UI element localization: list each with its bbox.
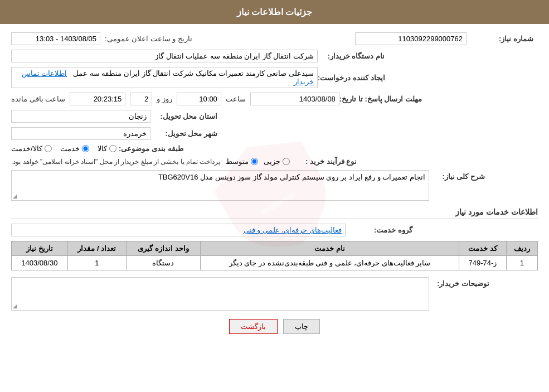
requester-value: سیدعلی صانعی کارمند تعمیرات مکانیک شرکت … bbox=[11, 67, 318, 88]
service-group-row: گروه خدمت: فعالیت‌های حرفه‌ای، علمی و فن… bbox=[11, 224, 538, 236]
service-group-value: فعالیت‌های حرفه‌ای، علمی و فنی bbox=[11, 224, 346, 236]
purchase-jozii: جزیی bbox=[264, 157, 290, 166]
purchase-motavaset: متوسط bbox=[226, 157, 258, 166]
cell-qty: 1 bbox=[67, 256, 126, 270]
service-group-label: گروه خدمت: bbox=[346, 226, 412, 234]
city-row: شهر محل تحویل: خرمدره bbox=[11, 127, 538, 140]
deadline-row: مهلت ارسال پاسخ: تا تاریخ: 1403/08/08 سا… bbox=[11, 93, 538, 105]
deadline-date: 1403/08/08 bbox=[250, 93, 339, 105]
cell-date: 1403/08/30 bbox=[12, 256, 68, 270]
need-number-row: شماره نیاز: 1103092299000762 تاریخ و ساع… bbox=[11, 32, 538, 45]
time-label: ساعت bbox=[226, 95, 246, 103]
buyer-org-label: نام دستگاه خریدار: bbox=[318, 52, 385, 60]
announce-date-value: 1403/08/05 - 13:03 bbox=[11, 32, 100, 45]
col-header-unit: واحد اندازه گیری bbox=[127, 241, 201, 256]
table-row: 1 ز-74-749 سایر فعالیت‌های حرفه‌ای، علمی… bbox=[12, 256, 538, 270]
deadline-time: 10:00 bbox=[177, 93, 221, 105]
buyer-comments-label: توضیحات خریدار: bbox=[434, 277, 489, 288]
days-label: روز و bbox=[157, 95, 172, 103]
comments-resize-icon: ◢ bbox=[13, 303, 17, 309]
page-container: جزئیات اطلاعات نیاز شماره نیاز: 11030922… bbox=[0, 0, 549, 392]
category-kala: کالا bbox=[98, 144, 116, 153]
announce-label: تاریخ و ساعت اعلان عمومی: bbox=[105, 35, 192, 43]
cell-unit: دستگاه bbox=[127, 256, 201, 270]
cell-code: ز-74-749 bbox=[459, 256, 506, 270]
page-header: جزئیات اطلاعات نیاز bbox=[0, 0, 549, 24]
print-button[interactable]: چاپ bbox=[283, 319, 320, 334]
remaining-label: ساعت باقی مانده bbox=[11, 95, 65, 103]
cell-rownum: 1 bbox=[506, 256, 537, 270]
need-description-label: شرح کلی نیاز: bbox=[429, 170, 485, 181]
col-header-qty: تعداد / مقدار bbox=[67, 241, 126, 256]
category-options: کالا خدمت کالا/خدمت bbox=[11, 144, 116, 153]
buyer-comments-box: ◢ bbox=[11, 277, 429, 311]
purchase-type-options: جزیی متوسط bbox=[226, 157, 290, 166]
category-both-radio[interactable] bbox=[45, 145, 52, 152]
city-value: خرمدره bbox=[11, 127, 150, 140]
services-table: ردیف کد خدمت نام خدمت واحد اندازه گیری ت… bbox=[11, 241, 538, 270]
table-header-row: ردیف کد خدمت نام خدمت واحد اندازه گیری ت… bbox=[12, 241, 538, 256]
need-description-container: شرح کلی نیاز: انجام تعمیرات و رفع ایراد … bbox=[11, 170, 538, 201]
purchase-motavaset-radio[interactable] bbox=[251, 158, 258, 165]
category-khedmat: خدمت bbox=[60, 144, 89, 153]
days-value: 2 bbox=[130, 93, 152, 105]
need-number-label: شماره نیاز: bbox=[467, 35, 533, 43]
category-khedmat-radio[interactable] bbox=[82, 145, 89, 152]
purchase-type-label: نوع فرآیند خرید : bbox=[290, 157, 357, 166]
cell-name: سایر فعالیت‌های حرفه‌ای، علمی و فنی طبقه… bbox=[200, 256, 459, 270]
need-description-value: انجام تعمیرات و رفع ایراد بر روی سیستم ک… bbox=[11, 170, 429, 201]
category-label: طبقه بندی موضوعی: bbox=[116, 144, 183, 153]
col-header-rownum: ردیف bbox=[506, 241, 537, 256]
requester-row: ایجاد کننده درخواست: سیدعلی صانعی کارمند… bbox=[11, 67, 538, 88]
category-row: طبقه بندی موضوعی: کالا خدمت کالا/خدمت bbox=[11, 144, 538, 153]
buyer-org-row: نام دستگاه خریدار: شرکت انتقال گاز ایران… bbox=[11, 50, 538, 62]
col-header-code: کد خدمت bbox=[459, 241, 506, 256]
remaining-time: 20:23:15 bbox=[70, 93, 125, 105]
page-title: جزئیات اطلاعات نیاز bbox=[237, 7, 313, 17]
col-header-name: نام خدمت bbox=[200, 241, 459, 256]
purchase-note: پرداخت تمام یا بخشی از مبلغ خریدار از مح… bbox=[11, 158, 220, 166]
category-kala-radio[interactable] bbox=[109, 145, 116, 152]
resize-handle: ◢ bbox=[13, 193, 17, 199]
requester-label: ایجاد کننده درخواست: bbox=[318, 74, 385, 82]
province-value: زنجان bbox=[11, 110, 150, 123]
purchase-type-row: نوع فرآیند خرید : جزیی متوسط پرداخت تمام… bbox=[11, 157, 538, 166]
back-button[interactable]: بازگشت bbox=[229, 319, 278, 334]
buyer-comments-area: توضیحات خریدار: ◢ bbox=[11, 277, 538, 311]
buttons-row: چاپ بازگشت bbox=[11, 319, 538, 334]
province-label: استان محل تحویل: bbox=[150, 112, 217, 120]
need-number-value: 1103092299000762 bbox=[355, 32, 467, 45]
purchase-jozii-radio[interactable] bbox=[283, 158, 290, 165]
deadline-label: مهلت ارسال پاسخ: تا تاریخ: bbox=[339, 95, 422, 103]
buyer-org-value: شرکت انتقال گاز ایران منطقه سه عملیات ان… bbox=[11, 50, 318, 62]
province-row: استان محل تحویل: زنجان bbox=[11, 110, 538, 123]
category-kala-khedmat: کالا/خدمت bbox=[11, 144, 52, 153]
content-area: شماره نیاز: 1103092299000762 تاریخ و ساع… bbox=[0, 32, 549, 334]
services-section-header: اطلاعات خدمات مورد نیاز bbox=[11, 207, 538, 219]
city-label: شهر محل تحویل: bbox=[150, 129, 217, 138]
date-time-row: تاریخ و ساعت اعلان عمومی: 1403/08/05 - 1… bbox=[11, 32, 192, 45]
deadline-fields: 1403/08/08 ساعت 10:00 روز و 2 20:23:15 س… bbox=[11, 93, 339, 105]
col-header-date: تاریخ نیاز bbox=[12, 241, 68, 256]
